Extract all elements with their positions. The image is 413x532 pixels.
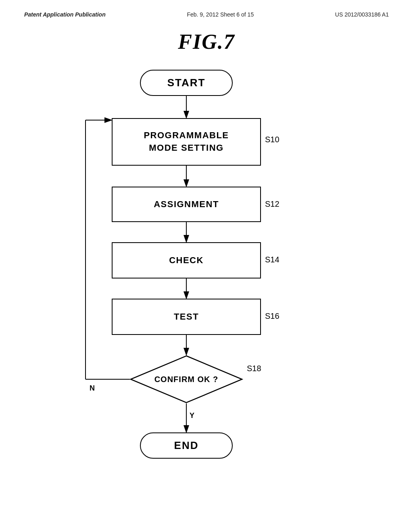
page: Patent Application Publication Feb. 9, 2…: [0, 0, 413, 532]
start-label: START: [167, 77, 206, 89]
flowchart: START PROGRAMMABLE MODE SETTING S10 ASSI…: [65, 66, 348, 501]
end-shape: END: [140, 432, 233, 459]
step2-id: S12: [265, 200, 280, 209]
step1-shape: PROGRAMMABLE MODE SETTING: [112, 118, 261, 166]
step2-label: ASSIGNMENT: [154, 198, 219, 211]
header-date-sheet: Feb. 9, 2012 Sheet 6 of 15: [187, 11, 254, 18]
header: Patent Application Publication Feb. 9, 2…: [0, 0, 413, 18]
step2-shape: ASSIGNMENT: [112, 187, 261, 222]
step4-id: S16: [265, 312, 280, 321]
end-label: END: [174, 439, 199, 452]
n-label: N: [90, 384, 95, 393]
diamond-label: CONFIRM OK ?: [154, 375, 219, 384]
step4-shape: TEST: [112, 299, 261, 335]
figure-title: FIG.7: [0, 30, 413, 54]
step3-id: S14: [265, 255, 280, 264]
step1-id: S10: [265, 135, 280, 144]
diamond-shape: CONFIRM OK ?: [130, 355, 243, 403]
start-shape: START: [140, 70, 233, 96]
header-patent-number: US 2012/0033186 A1: [335, 11, 389, 18]
diamond-id: S18: [247, 364, 261, 373]
header-publication: Patent Application Publication: [24, 11, 106, 18]
step1-label: PROGRAMMABLE MODE SETTING: [144, 129, 229, 154]
y-label: Y: [190, 411, 194, 420]
step3-shape: CHECK: [112, 242, 261, 278]
step3-label: CHECK: [169, 254, 204, 267]
step4-label: TEST: [174, 311, 199, 323]
